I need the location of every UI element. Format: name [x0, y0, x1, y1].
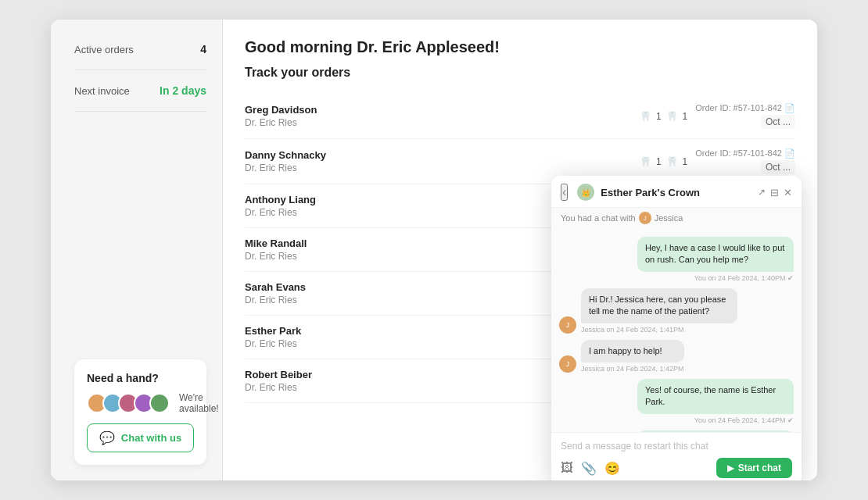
order-info: Danny Schnacky Dr. Eric Ries — [245, 149, 326, 173]
message-row: J I am happy to help! Jessica on 24 Feb … — [559, 340, 794, 373]
chat-popup-header: ‹ 👑 Esther Park's Crown ↗ ⊟ ✕ — [551, 176, 802, 208]
order-sub: Dr. Eric Ries — [245, 382, 312, 393]
order-info: Anthony Liang Dr. Eric Ries — [245, 194, 316, 218]
need-hand-card: Need a hand? We're available! 💬 Chat wit… — [74, 359, 206, 465]
order-sub: Dr. Eric Ries — [245, 295, 306, 305]
track-title: Track your orders — [245, 66, 795, 80]
avatar-5 — [149, 393, 170, 413]
message-row: Hey, I have a case I would like to put o… — [559, 237, 794, 282]
chat-messages: Hey, I have a case I would like to put o… — [551, 229, 802, 432]
minimize-button[interactable]: ⊟ — [770, 187, 779, 198]
order-name: Greg Davidson — [245, 104, 317, 116]
message-bubble: Yes! of course, the name is Esther Park. — [637, 379, 794, 414]
order-sub: Dr. Eric Ries — [245, 207, 316, 218]
order-date: Oct ... — [761, 160, 795, 174]
tooth-icon-2: 🦷 — [666, 111, 678, 122]
order-info: Greg Davidson Dr. Eric Ries — [245, 104, 317, 128]
order-id: Order ID: #57-101-842 📄 — [695, 148, 795, 159]
chat-icon: 💬 — [99, 430, 115, 445]
order-name: Mike Randall — [245, 238, 307, 249]
chat-header-actions: ↗ ⊟ ✕ — [758, 187, 792, 198]
close-button[interactable]: ✕ — [784, 187, 792, 198]
start-chat-icon: ▶ — [727, 462, 734, 473]
order-sub: Dr. Eric Ries — [245, 117, 317, 128]
table-row[interactable]: Greg Davidson Dr. Eric Ries 🦷 1 🦷 1 Orde… — [245, 94, 795, 139]
message-time: You on 24 Feb 2024, 1:44PM ✔ — [637, 416, 794, 424]
next-invoice-stat: Next invoice In 2 days — [74, 84, 206, 97]
order-name: Esther Park — [245, 325, 301, 337]
order-info: Mike Randall Dr. Eric Ries — [245, 238, 307, 262]
greeting: Good morning Dr. Eric Appleseed! — [245, 38, 795, 56]
chat-back-button[interactable]: ‹ — [561, 184, 568, 201]
image-button[interactable]: 🖼 — [561, 461, 573, 476]
order-info: Sarah Evans Dr. Eric Ries — [245, 281, 306, 305]
agent-avatar: J — [639, 212, 651, 224]
order-name: Danny Schnacky — [245, 149, 326, 161]
order-name: Robert Beiber — [245, 369, 312, 380]
attach-button[interactable]: 📎 — [581, 461, 597, 476]
emoji-button[interactable]: 😊 — [604, 461, 620, 476]
order-icons: 🦷 1 🦷 1 — [640, 111, 687, 122]
agent-msg-avatar: J — [559, 355, 576, 373]
active-orders-value: 4 — [200, 43, 206, 55]
order-name: Anthony Liang — [245, 194, 316, 205]
active-orders-label: Active orders — [74, 44, 134, 55]
next-invoice-value: In 2 days — [160, 84, 206, 97]
tooth-icon-1: 🦷 — [640, 111, 651, 122]
chat-input-actions: 🖼 📎 😊 ▶ Start chat — [561, 458, 792, 478]
chat-popup: ‹ 👑 Esther Park's Crown ↗ ⊟ ✕ You had a … — [551, 176, 802, 480]
agent-msg-avatar: J — [559, 316, 576, 334]
message-row: J Hi Dr.! Jessica here, can you please t… — [559, 288, 794, 334]
message-row: Yes! of course, the name is Esther Park.… — [559, 379, 794, 424]
tooth-icon-1: 🦷 — [640, 156, 651, 167]
message-time: Jessica on 24 Feb 2024, 1:41PM — [581, 326, 737, 334]
order-info: Esther Park Dr. Eric Ries — [245, 325, 301, 349]
chat-title: Esther Park's Crown — [601, 187, 751, 198]
external-link-icon: ↗ — [758, 187, 766, 198]
order-date: Oct ... — [761, 115, 795, 129]
active-orders-stat: Active orders 4 — [74, 43, 206, 55]
order-id: Order ID: #57-101-842 📄 — [695, 103, 795, 113]
sidebar: Active orders 4 Next invoice In 2 days N… — [51, 20, 223, 480]
sidebar-divider-2 — [74, 111, 206, 112]
message-time: You on 24 Feb 2024, 1:40PM ✔ — [637, 274, 794, 282]
order-sub: Dr. Eric Ries — [245, 162, 326, 173]
agent-name: Jessica — [655, 213, 683, 223]
message-time: Jessica on 24 Feb 2024, 1:42PM — [581, 365, 684, 373]
message-bubble: I am happy to help! — [581, 340, 684, 362]
tooth-icon-2: 🦷 — [666, 156, 678, 167]
message-bubble: Hi Dr.! Jessica here, can you please tel… — [581, 288, 737, 323]
sidebar-divider-1 — [74, 70, 206, 70]
order-sub: Dr. Eric Ries — [245, 338, 301, 349]
chat-input-placeholder[interactable]: Send a message to restart this chat — [561, 441, 792, 452]
order-info: Robert Beiber Dr. Eric Ries — [245, 369, 312, 393]
order-icons: 🦷 1 🦷 1 — [640, 156, 687, 167]
available-text: We're available! — [179, 392, 219, 414]
start-chat-button[interactable]: ▶ Start chat — [716, 458, 792, 478]
chat-header-avatar: 👑 — [577, 184, 594, 201]
next-invoice-label: Next invoice — [74, 85, 130, 97]
order-meta: 🦷 1 🦷 1 Order ID: #57-101-842 📄 Oct ... — [640, 103, 795, 129]
need-hand-title: Need a hand? — [87, 372, 194, 384]
subheader-text: You had a chat with — [561, 213, 636, 223]
order-name: Sarah Evans — [245, 281, 306, 293]
chat-with-us-button[interactable]: 💬 Chat with us — [87, 423, 194, 452]
order-sub: Dr. Eric Ries — [245, 251, 307, 262]
message-bubble: Hey, I have a case I would like to put o… — [637, 237, 794, 272]
support-avatars — [87, 393, 165, 413]
need-hand-row: We're available! — [87, 392, 194, 414]
chat-input-area: Send a message to restart this chat 🖼 📎 … — [551, 432, 802, 480]
order-meta: 🦷 1 🦷 1 Order ID: #57-101-842 📄 Oct ... — [640, 148, 795, 174]
start-chat-label: Start chat — [738, 462, 781, 473]
chat-button-label: Chat with us — [121, 432, 181, 444]
chat-input-icons: 🖼 📎 😊 — [561, 461, 620, 476]
chat-subheader: You had a chat with J Jessica — [551, 208, 802, 229]
